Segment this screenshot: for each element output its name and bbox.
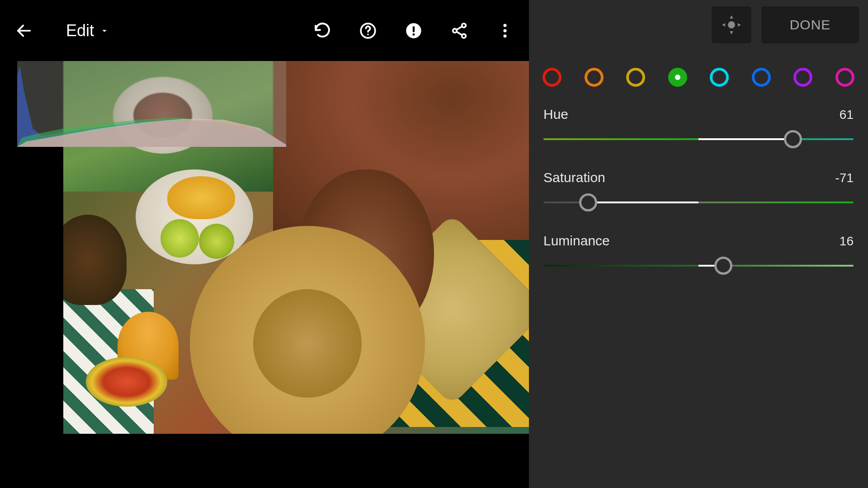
- svg-point-14: [728, 21, 735, 28]
- svg-line-10: [457, 32, 462, 35]
- warning-button[interactable]: [403, 20, 424, 41]
- color-swatch-row: [529, 50, 868, 107]
- edit-mode-dropdown[interactable]: Edit: [66, 21, 109, 40]
- svg-point-13: [504, 34, 507, 38]
- color-swatch-magenta[interactable]: [835, 68, 854, 87]
- color-swatch-red[interactable]: [542, 68, 561, 87]
- svg-line-9: [457, 26, 462, 29]
- saturation-slider[interactable]: Saturation -71: [543, 170, 854, 208]
- luminance-slider[interactable]: Luminance 16: [543, 233, 854, 271]
- done-button[interactable]: DONE: [761, 6, 859, 43]
- hue-value: 61: [840, 108, 854, 122]
- saturation-value: -71: [835, 171, 854, 185]
- color-swatch-blue[interactable]: [752, 68, 771, 87]
- svg-point-2: [367, 33, 369, 35]
- more-menu-button[interactable]: [495, 20, 515, 41]
- help-button[interactable]: [358, 20, 378, 41]
- hue-label: Hue: [543, 107, 568, 122]
- share-button[interactable]: [449, 20, 470, 41]
- saturation-label: Saturation: [543, 170, 605, 185]
- targeted-adjustment-button[interactable]: [712, 6, 751, 43]
- luminance-value: 16: [840, 234, 854, 249]
- undo-button[interactable]: [312, 20, 333, 41]
- color-swatch-yellow[interactable]: [626, 68, 645, 87]
- hue-slider[interactable]: Hue 61: [543, 107, 854, 145]
- svg-point-12: [504, 29, 507, 32]
- chevron-down-icon: [99, 26, 109, 36]
- color-swatch-green[interactable]: [668, 68, 687, 87]
- color-swatch-purple[interactable]: [793, 68, 812, 87]
- hue-thumb[interactable]: [784, 130, 802, 148]
- svg-point-5: [413, 33, 415, 35]
- saturation-thumb[interactable]: [579, 193, 597, 211]
- back-button[interactable]: [14, 20, 34, 41]
- histogram-overlay[interactable]: [17, 61, 286, 147]
- luminance-label: Luminance: [543, 233, 610, 249]
- color-swatch-orange[interactable]: [585, 68, 604, 87]
- edit-mode-label: Edit: [66, 21, 94, 40]
- svg-point-11: [504, 23, 507, 27]
- svg-rect-4: [413, 26, 415, 32]
- color-swatch-aqua[interactable]: [710, 68, 729, 87]
- luminance-thumb[interactable]: [714, 257, 732, 275]
